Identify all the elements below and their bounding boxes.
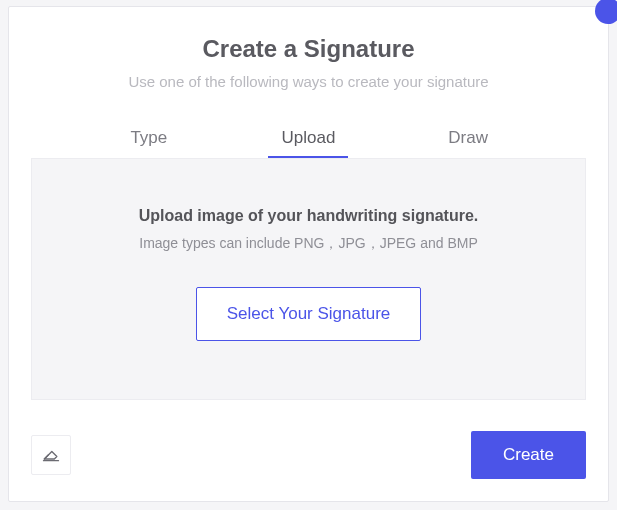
upload-heading: Upload image of your handwriting signatu…	[139, 207, 479, 225]
corner-badge[interactable]	[595, 0, 617, 24]
tabs: Type Upload Draw	[9, 120, 608, 158]
select-signature-button[interactable]: Select Your Signature	[196, 287, 422, 341]
upload-panel: Upload image of your handwriting signatu…	[31, 158, 586, 400]
modal-footer: Create	[31, 431, 586, 479]
create-button[interactable]: Create	[471, 431, 586, 479]
modal-subtitle: Use one of the following ways to create …	[9, 73, 608, 90]
tab-type[interactable]: Type	[109, 120, 189, 158]
eraser-button[interactable]	[31, 435, 71, 475]
tab-upload[interactable]: Upload	[268, 120, 348, 158]
eraser-icon	[41, 444, 61, 467]
upload-hint: Image types can include PNG，JPG，JPEG and…	[139, 235, 477, 253]
tab-draw[interactable]: Draw	[428, 120, 508, 158]
signature-modal: Create a Signature Use one of the follow…	[8, 6, 609, 502]
modal-title: Create a Signature	[9, 35, 608, 63]
